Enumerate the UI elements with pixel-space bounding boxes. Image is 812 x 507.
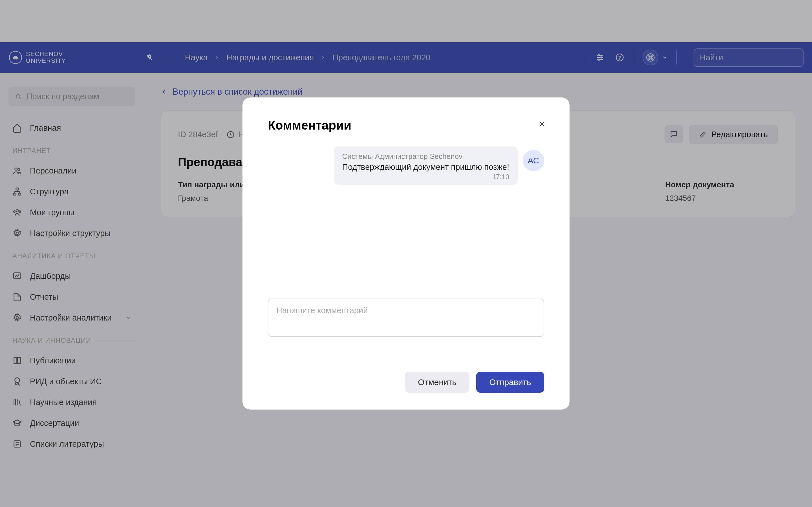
cancel-button[interactable]: Отменить	[405, 372, 469, 393]
modal-overlay[interactable]: Комментарии Системы Администратор Sechen…	[0, 0, 812, 507]
comment-author: Системы Администратор Sechenov	[342, 152, 509, 161]
comment-input[interactable]	[268, 298, 544, 337]
send-button[interactable]: Отправить	[476, 372, 544, 393]
comment-avatar: АС	[523, 150, 544, 171]
comment-item: Системы Администратор Sechenov Подтвержд…	[268, 147, 544, 185]
comment-text: Подтверждающий документ пришлю позже!	[342, 163, 509, 172]
comments-list: Системы Администратор Sechenov Подтвержд…	[268, 147, 544, 293]
comments-modal: Комментарии Системы Администратор Sechen…	[243, 98, 569, 409]
modal-title: Комментарии	[268, 118, 544, 132]
comment-bubble: Системы Администратор Sechenov Подтвержд…	[334, 147, 518, 185]
comment-time: 17:10	[342, 173, 509, 181]
close-icon	[538, 120, 546, 128]
modal-close-button[interactable]	[536, 118, 548, 129]
